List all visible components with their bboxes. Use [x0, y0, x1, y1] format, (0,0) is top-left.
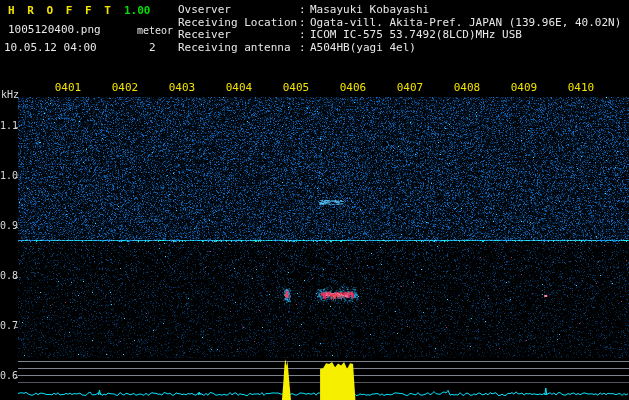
app-title: H R O F F T [8, 5, 114, 16]
x-tick: 0408 [453, 82, 481, 93]
info-colon: : [299, 29, 310, 42]
info-value: Masayuki Kobayashi [310, 4, 429, 17]
y-tick: 0.8 [0, 271, 15, 281]
info-row-antenna: Receiving antenna:A504HB(yagi 4el) [178, 42, 621, 55]
x-tick: 0405 [282, 82, 310, 93]
info-colon: : [299, 42, 310, 55]
y-tick: 1.1 [0, 121, 15, 131]
x-tick: 0401 [54, 82, 82, 93]
app-version: 1.00 [124, 5, 151, 16]
x-tick: 0406 [339, 82, 367, 93]
info-label: Receiving antenna [178, 42, 299, 55]
spectrogram-canvas [0, 0, 629, 400]
y-tick: 0.7 [0, 321, 15, 331]
x-tick: 0404 [225, 82, 253, 93]
mode-label: meteor [137, 26, 173, 36]
y-tick: 0.9 [0, 221, 15, 231]
x-tick: 0409 [510, 82, 538, 93]
info-colon: : [299, 4, 310, 17]
info-row-observer: Ovserver:Masayuki Kobayashi [178, 4, 621, 17]
meteor-count: 2 [149, 42, 156, 53]
x-tick: 0407 [396, 82, 424, 93]
y-tick: 1.0 [0, 171, 15, 181]
output-filename: 1005120400.png [8, 24, 101, 35]
info-row-receiver: Receiver:ICOM IC-575 53.7492(8LCD)MHz US… [178, 29, 621, 42]
info-value: A504HB(yagi 4el) [310, 42, 416, 55]
station-info: Ovserver:Masayuki Kobayashi Receiving Lo… [178, 4, 621, 54]
x-tick: 0410 [567, 82, 595, 93]
info-value: ICOM IC-575 53.7492(8LCD)MHz USB [310, 29, 522, 42]
info-label: Receiver [178, 29, 299, 42]
x-tick: 0402 [111, 82, 139, 93]
x-tick: 0403 [168, 82, 196, 93]
y-tick: 0.6 [0, 371, 15, 381]
hrofft-screen: H R O F F T 1.00 1005120400.png meteor 1… [0, 0, 629, 400]
timestamp: 10.05.12 04:00 [4, 42, 97, 53]
info-label: Ovserver [178, 4, 299, 17]
y-axis-unit: kHz [1, 90, 19, 100]
